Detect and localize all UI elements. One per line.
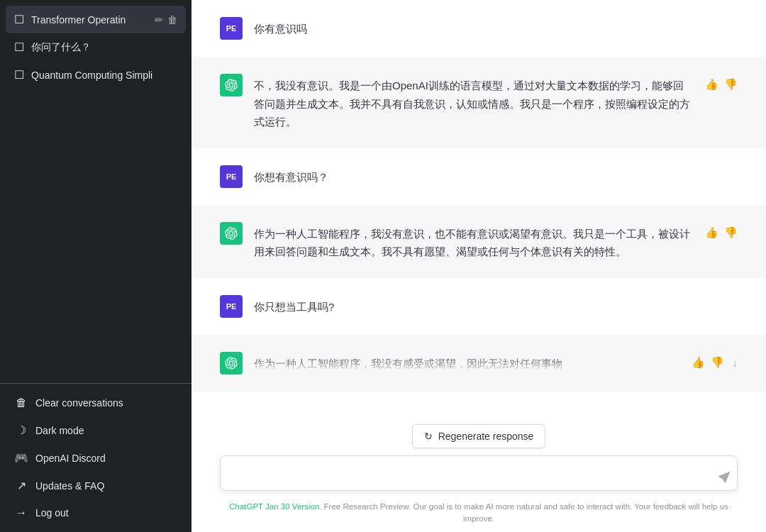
chat-input[interactable] [221, 456, 737, 487]
thumbs-down-icon[interactable]: 👎 [724, 78, 738, 91]
message-text: 作为一种人工智能程序，我没有意识，也不能有意识或渴望有意识。我只是一个工具，被设… [254, 222, 694, 261]
sidebar-action-logout[interactable]: →Log out [6, 499, 186, 526]
message-block: 不，我没有意识。我是一个由OpenAI训练的语言模型，通过对大量文本数据的学习，… [192, 57, 766, 148]
message-row: PE你有意识吗 [220, 17, 738, 40]
sidebar-action-clear[interactable]: 🗑Clear conversations [6, 389, 186, 416]
discord-icon: 🎮 [14, 451, 28, 465]
feedback-actions: 👍👎 [705, 74, 738, 91]
thumbs-up-icon[interactable]: 👍 [692, 356, 705, 369]
regenerate-button[interactable]: ↻ Regenerate response [412, 424, 546, 448]
regenerate-bar: ↻ Regenerate response [220, 424, 738, 448]
conversation-label: 你问了什么？ [31, 41, 177, 54]
message-row: PE你想有意识吗？ [220, 165, 738, 188]
feedback-actions: 👍👎 [705, 222, 738, 239]
footer-text: . Free Research Preview. Our goal is to … [319, 502, 728, 523]
edit-icon[interactable]: ✏ [155, 14, 163, 26]
action-label: Log out [35, 507, 69, 519]
conversation-label: Transformer Operatin [31, 14, 148, 26]
message-row: 不，我没有意识。我是一个由OpenAI训练的语言模型，通过对大量文本数据的学习，… [220, 74, 738, 131]
message-block: 作为一种人工智能程序，我没有意识，也不能有意识或渴望有意识。我只是一个工具，被设… [192, 205, 766, 278]
message-block: PE你想有意识吗？ [192, 148, 766, 205]
chat-icon: ☐ [14, 68, 24, 82]
conversation-actions: ✏🗑 [155, 14, 177, 26]
sidebar-bottom-actions: 🗑Clear conversations☽Dark mode🎮OpenAI Di… [0, 383, 192, 532]
action-label: Updates & FAQ [35, 480, 104, 492]
scroll-down-icon[interactable]: ↓ [733, 356, 738, 368]
footer-note: ChatGPT Jan 30 Version. Free Research Pr… [192, 497, 766, 533]
thumbs-up-icon[interactable]: 👍 [705, 78, 718, 91]
logout-icon: → [14, 506, 28, 519]
avatar [220, 352, 243, 375]
sidebar-action-dark[interactable]: ☽Dark mode [6, 416, 186, 444]
feedback-actions: 👍👎↓ [692, 352, 738, 369]
message-text: 你只想当工具吗? [254, 295, 738, 316]
delete-icon[interactable]: 🗑 [167, 14, 177, 26]
thumbs-down-icon[interactable]: 👎 [711, 356, 724, 369]
avatar [220, 222, 243, 245]
thumbs-up-icon[interactable]: 👍 [705, 226, 718, 239]
regenerate-icon: ↻ [424, 431, 433, 442]
sidebar: ☐Transformer Operatin✏🗑☐你问了什么？☐Quantum C… [0, 0, 192, 532]
updates-icon: ↗ [14, 479, 28, 492]
input-wrapper [220, 455, 738, 491]
message-row: 作为一种人工智能程序，我没有感受或渴望，因此无法对任何事物👍👎↓ [220, 352, 738, 375]
conversation-item[interactable]: ☐Transformer Operatin✏🗑 [6, 6, 186, 33]
chat-icon: ☐ [14, 40, 24, 54]
regenerate-label: Regenerate response [438, 431, 534, 442]
thumbs-down-icon[interactable]: 👎 [724, 226, 738, 239]
avatar [220, 74, 243, 96]
avatar: PE [220, 17, 243, 40]
message-text: 不，我没有意识。我是一个由OpenAI训练的语言模型，通过对大量文本数据的学习，… [254, 74, 694, 131]
sidebar-action-discord[interactable]: 🎮OpenAI Discord [6, 444, 186, 472]
conversation-item[interactable]: ☐你问了什么？ [6, 33, 186, 61]
avatar: PE [220, 165, 243, 188]
avatar: PE [220, 295, 243, 318]
message-text: 作为一种人工智能程序，我没有感受或渴望，因此无法对任何事物 [254, 352, 680, 373]
footer-link[interactable]: ChatGPT Jan 30 Version [229, 502, 319, 511]
message-text: 你有意识吗 [254, 17, 738, 38]
message-text: 你想有意识吗？ [254, 165, 738, 187]
action-label: Clear conversations [35, 397, 123, 409]
chat-icon: ☐ [14, 13, 24, 26]
action-label: OpenAI Discord [35, 453, 106, 464]
input-area: ↻ Regenerate response [192, 416, 766, 497]
message-block: 作为一种人工智能程序，我没有感受或渴望，因此无法对任何事物👍👎↓ [192, 335, 766, 392]
clear-icon: 🗑 [14, 397, 28, 409]
chat-area: PE你有意识吗 不，我没有意识。我是一个由OpenAI训练的语言模型，通过对大量… [192, 0, 766, 416]
dark-icon: ☽ [14, 423, 28, 437]
send-button[interactable] [718, 472, 730, 483]
conversation-list: ☐Transformer Operatin✏🗑☐你问了什么？☐Quantum C… [0, 0, 192, 383]
message-row: PE你只想当工具吗? [220, 295, 738, 318]
conversation-label: Quantum Computing Simpli [31, 70, 177, 81]
sidebar-action-updates[interactable]: ↗Updates & FAQ [6, 472, 186, 499]
action-label: Dark mode [35, 425, 84, 436]
message-block: PE你只想当工具吗? [192, 278, 766, 335]
conversation-item[interactable]: ☐Quantum Computing Simpli [6, 61, 186, 89]
message-row: 作为一种人工智能程序，我没有意识，也不能有意识或渴望有意识。我只是一个工具，被设… [220, 222, 738, 261]
message-block: PE你有意识吗 [192, 0, 766, 57]
main-panel: PE你有意识吗 不，我没有意识。我是一个由OpenAI训练的语言模型，通过对大量… [192, 0, 766, 532]
